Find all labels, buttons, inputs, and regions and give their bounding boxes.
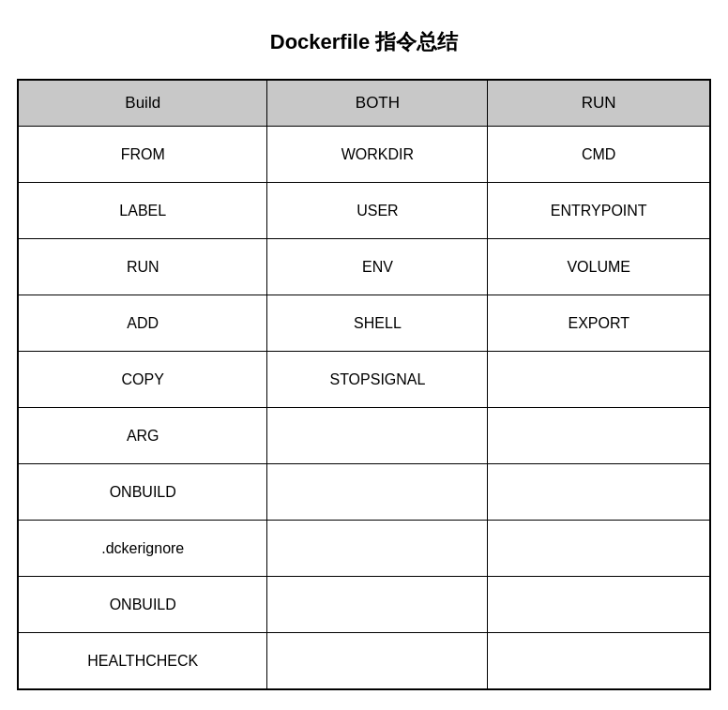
cell-r9-c1 (267, 633, 488, 689)
table-row: ONBUILD (19, 577, 710, 633)
page-title: Dockerfile 指令总结 (270, 28, 459, 56)
dockerfile-table: Build BOTH RUN FROMWORKDIRCMDLABELUSEREN… (17, 79, 711, 690)
table-row: ONBUILD (19, 464, 710, 521)
cell-r2-c2: VOLUME (488, 239, 710, 295)
table-row: RUNENVVOLUME (19, 239, 710, 295)
cell-r8-c0: ONBUILD (19, 577, 267, 633)
cell-r7-c0: .dckerignore (19, 521, 267, 577)
cell-r6-c1 (267, 464, 488, 521)
cell-r6-c0: ONBUILD (19, 464, 267, 521)
cell-r8-c1 (267, 577, 488, 633)
cell-r2-c1: ENV (267, 239, 488, 295)
cell-r1-c0: LABEL (19, 183, 267, 239)
cell-r1-c1: USER (267, 183, 488, 239)
table-header-row: Build BOTH RUN (19, 81, 710, 127)
cell-r7-c1 (267, 521, 488, 577)
table-row: HEALTHCHECK (19, 633, 710, 689)
header-run: RUN (488, 81, 710, 127)
header-build: Build (19, 81, 267, 127)
header-both: BOTH (267, 81, 488, 127)
cell-r5-c2 (488, 408, 710, 464)
cell-r7-c2 (488, 521, 710, 577)
cell-r4-c0: COPY (19, 352, 267, 408)
table-row: .dckerignore (19, 521, 710, 577)
cell-r5-c1 (267, 408, 488, 464)
cell-r4-c2 (488, 352, 710, 408)
cell-r3-c2: EXPORT (488, 295, 710, 352)
cell-r9-c0: HEALTHCHECK (19, 633, 267, 689)
cell-r2-c0: RUN (19, 239, 267, 295)
cell-r0-c0: FROM (19, 127, 267, 183)
cell-r0-c1: WORKDIR (267, 127, 488, 183)
table-row: COPYSTOPSIGNAL (19, 352, 710, 408)
table-row: FROMWORKDIRCMD (19, 127, 710, 183)
cell-r5-c0: ARG (19, 408, 267, 464)
cell-r8-c2 (488, 577, 710, 633)
cell-r0-c2: CMD (488, 127, 710, 183)
cell-r1-c2: ENTRYPOINT (488, 183, 710, 239)
cell-r4-c1: STOPSIGNAL (267, 352, 488, 408)
table-row: LABELUSERENTRYPOINT (19, 183, 710, 239)
cell-r3-c1: SHELL (267, 295, 488, 352)
cell-r3-c0: ADD (19, 295, 267, 352)
cell-r6-c2 (488, 464, 710, 521)
table-row: ADDSHELLEXPORT (19, 295, 710, 352)
cell-r9-c2 (488, 633, 710, 689)
table-row: ARG (19, 408, 710, 464)
